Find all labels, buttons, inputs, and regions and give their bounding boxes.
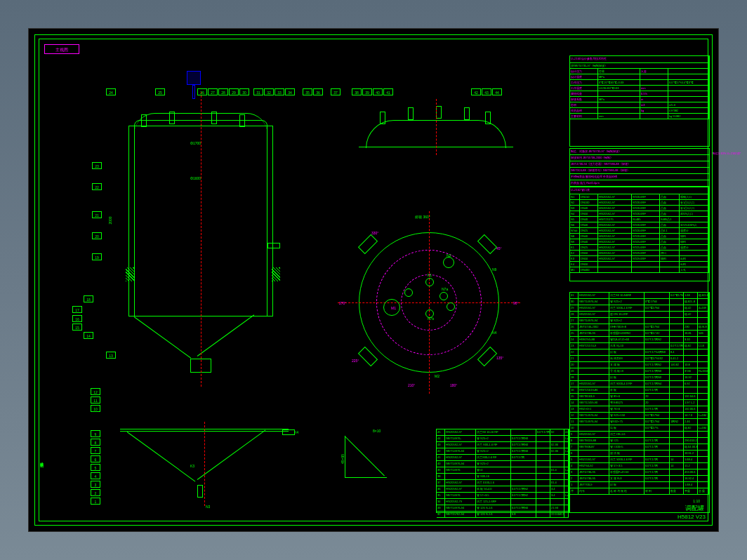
head-nozzle-2 xyxy=(408,107,414,120)
nozzle-top-4 xyxy=(239,114,245,127)
bracket-dim: 8×10 xyxy=(373,429,381,433)
callout-30: 30 xyxy=(239,88,249,95)
callout-29: 29 xyxy=(229,88,239,95)
callout-40: 40 xyxy=(373,88,383,95)
angle-210: 210° xyxy=(408,383,415,387)
parts-table-left: 45HG20592-97法兰S0 10-16 RF0.0℃17网N4024.82… xyxy=(436,429,569,513)
angle-225: 225° xyxy=(352,359,359,363)
callout-17: 17 xyxy=(72,306,82,313)
angle-180: 180° xyxy=(450,383,457,387)
nozzle-table: U+2162 管口表 N1DN150HG20592-97SO20.6RF凸面视镜… xyxy=(569,187,710,281)
callout-41: 41 xyxy=(383,88,393,95)
callout-12: 12 xyxy=(91,388,100,395)
callout-39: 39 xyxy=(362,88,372,95)
callout-36: 36 xyxy=(313,88,323,95)
drawing-number: H5812 V23 xyxy=(677,514,706,520)
callout-35: 35 xyxy=(303,88,312,95)
jacket-cone-l xyxy=(127,432,196,481)
angle-330: 330° xyxy=(371,231,378,235)
callout-43: 43 xyxy=(482,88,491,95)
cone-left xyxy=(134,316,191,359)
jacket-centerline xyxy=(204,422,205,506)
jacket-cone-r xyxy=(197,430,266,480)
callout-20: 20 xyxy=(92,232,102,239)
nozzle-top-3 xyxy=(211,112,217,124)
callout-33: 33 xyxy=(275,88,284,95)
support-lug-l xyxy=(126,267,134,281)
plan-centerline-v xyxy=(429,211,430,394)
dim-jacket: Φ1700 xyxy=(190,141,201,145)
label-k3-bot: K3 xyxy=(190,464,194,468)
notes-block: 制造、试验按 JB/T4735-97《钢制焊接》焊接采用 JB/T4708-20… xyxy=(569,148,710,187)
side-annotation: 设计 审核 制图 xyxy=(40,459,44,461)
overflow-note: 制造5:10% U+2162前* xyxy=(713,152,747,155)
angle-270: 270° xyxy=(339,301,346,305)
callout-18: 18 xyxy=(84,295,93,302)
callout-13: 13 xyxy=(106,352,116,359)
callout-10: 10 xyxy=(91,405,100,412)
dim-diameter: Φ1600 xyxy=(190,176,201,180)
label-n4: N4 xyxy=(492,331,496,335)
spec-table: U+2160 设计参数与技术特性 按GB/T4735-97《钢制焊接》 设计压力… xyxy=(569,55,710,147)
callout-26: 26 xyxy=(197,88,207,95)
angle-45: 45° xyxy=(496,246,502,251)
dim-height: 2000 xyxy=(108,216,112,224)
label-k4: K4 xyxy=(294,430,298,434)
callout-14: 14 xyxy=(84,332,93,339)
parts-table-right: 31HG20592-97法兰S0 10-N6RF0.0℃17N41.68组.82… xyxy=(569,292,710,513)
tank-elevation-view: Φ1600 Φ1700 2000 xyxy=(99,92,303,415)
callout-6: 6 xyxy=(91,455,100,462)
bracket-detail-view: 8×10 45×95 xyxy=(338,429,422,492)
lug-sw xyxy=(358,347,378,366)
label-n3-bot: N3 xyxy=(206,505,210,509)
plan-view: 俯视 360° 90° 270° 45° 135° 180° 225° 330°… xyxy=(338,211,520,394)
callout-42: 42 xyxy=(471,88,481,95)
spec-header: U+2160 设计参数与技术特性 xyxy=(570,56,709,62)
callout-25: 25 xyxy=(155,88,165,95)
nozzle-m1 xyxy=(404,288,413,297)
callout-8: 8 xyxy=(91,439,100,446)
nozzle-n2 xyxy=(443,257,454,268)
callout-11: 11 xyxy=(91,396,100,404)
lug-nw xyxy=(358,234,378,254)
callout-21: 21 xyxy=(92,211,102,218)
head-nozzle-5 xyxy=(485,112,491,124)
lug-ne xyxy=(477,234,497,254)
centerline-v xyxy=(201,92,201,387)
nozzle-n7a xyxy=(439,292,448,300)
bracket-h: 45×95 xyxy=(341,454,345,464)
jacket-nozzle-k4 xyxy=(282,429,295,435)
nozzle-top-1 xyxy=(141,114,147,127)
motor-icon xyxy=(187,71,201,85)
head-detail-view xyxy=(345,92,527,176)
drawing-title: 调配罐 xyxy=(685,504,704,513)
cone-right xyxy=(197,314,254,356)
callout-23: 23 xyxy=(92,162,102,169)
callout-7: 7 xyxy=(91,447,100,454)
label-n2: N2 xyxy=(447,253,451,258)
angle-135: 135° xyxy=(496,356,503,360)
nozzle-n70 xyxy=(447,302,455,311)
callout-19: 19 xyxy=(92,253,102,260)
head-nozzle-3 xyxy=(436,106,442,119)
label-n9: N9 xyxy=(492,267,496,272)
callout-3: 3 xyxy=(91,481,100,488)
cad-drawing-frame: 主视图 Φ1600 Φ1700 2000 24 25 26 27 28 29 3… xyxy=(28,28,719,532)
spec-std: 按GB/T4735-97《钢制焊接》 xyxy=(570,63,709,68)
callout-1: 1 xyxy=(91,498,100,505)
head-centerline xyxy=(436,99,437,155)
head-nozzle-4 xyxy=(464,107,470,120)
nozzle-side xyxy=(267,243,280,248)
callout-31: 31 xyxy=(253,88,263,95)
label-k1: K1 xyxy=(428,273,432,277)
nozzle-header: U+2162 管口表 xyxy=(570,187,709,194)
label-m1: M1 xyxy=(391,306,396,310)
callout-38: 38 xyxy=(352,88,362,95)
support-lug-r xyxy=(272,267,280,281)
nozzle-top-2 xyxy=(169,112,175,124)
callout-24: 24 xyxy=(106,88,116,95)
callout-32: 32 xyxy=(264,88,274,95)
jacket-bottom-view: N3 K4 K3 xyxy=(106,422,303,520)
nozzle-k1 xyxy=(425,278,434,286)
callout-15: 15 xyxy=(72,324,82,331)
